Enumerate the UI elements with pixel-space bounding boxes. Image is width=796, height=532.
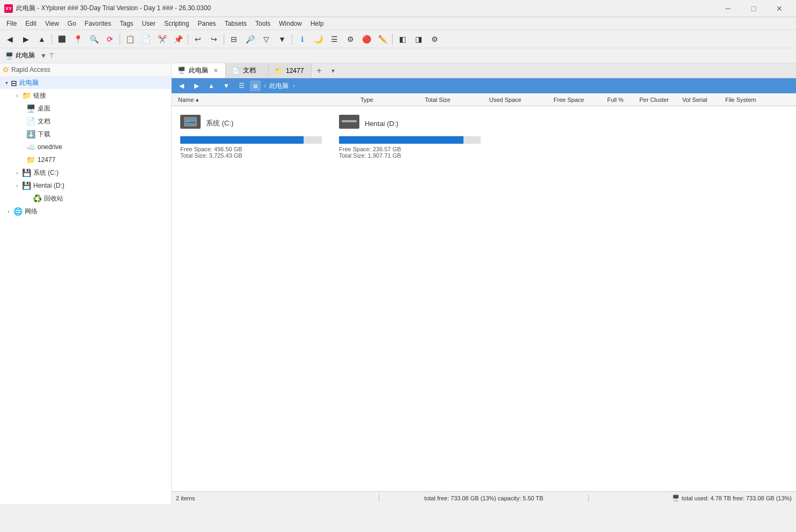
toolbar-copy-path-button[interactable]: 📋	[122, 32, 137, 46]
menu-item-edit[interactable]: Edit	[21, 19, 41, 28]
nav-menu-button[interactable]: ☰	[235, 80, 248, 92]
sidebar-item-links[interactable]: › 📁 链接	[0, 89, 171, 102]
tab-12477-label: 12477	[286, 67, 304, 75]
toolbar-undo-button[interactable]: ↩	[190, 32, 205, 46]
sidebar-ddrive-label: Hentai (D:)	[33, 182, 64, 189]
menu-item-view[interactable]: View	[41, 19, 63, 28]
col-usedspace-header[interactable]: Used Space	[487, 97, 551, 103]
toolbar-up-button[interactable]: ▲	[34, 32, 49, 46]
dropdown-icon[interactable]: ▼	[40, 52, 47, 60]
sidebar-item-d-drive[interactable]: › 💾 Hentai (D:)	[0, 179, 171, 192]
sidebar-item-onedrive[interactable]: › ☁️ onedrive	[0, 141, 171, 153]
sidebar-item-network[interactable]: › 🌐 网络	[0, 205, 171, 218]
tab-docs[interactable]: 📄 文档	[226, 63, 269, 78]
title-bar: XY 此电脑 - XYplorer ### 30-Day Trial Versi…	[0, 0, 796, 17]
sidebar-item-downloads[interactable]: › ⬇️ 下载	[0, 128, 171, 141]
toolbar-color-button[interactable]: 🔴	[359, 32, 374, 46]
toolbar-bookmark-button[interactable]: 📍	[70, 32, 85, 46]
tab-this-pc-close[interactable]: ✕	[211, 66, 220, 75]
sidebar-item-this-pc[interactable]: ▾ ⊟ 此电脑	[0, 77, 171, 89]
toolbar-info-button[interactable]: ℹ	[294, 32, 309, 46]
col-filesystem-header[interactable]: File System	[723, 97, 766, 103]
sidebar-downloads-label: 下载	[38, 130, 50, 139]
toolbar-brush-button[interactable]: ✏️	[375, 32, 390, 46]
toolbar-back-button[interactable]: ◀	[2, 32, 17, 46]
expand-cdrive-icon[interactable]: ›	[13, 168, 21, 177]
nav-monitor-icon[interactable]: 🖥	[250, 80, 261, 91]
expand-ddrive-icon[interactable]: ›	[13, 181, 21, 190]
minimize-button[interactable]: ─	[716, 0, 740, 17]
menu-item-go[interactable]: Go	[63, 19, 80, 28]
sidebar-item-recycle[interactable]: › ♻️ 回收站	[0, 192, 171, 205]
toolbar-forward-button[interactable]: ▶	[18, 32, 33, 46]
sidebar-item-12477[interactable]: › 📁 12477	[0, 153, 171, 166]
tab-this-pc[interactable]: 🖥️ 此电脑 ✕	[172, 63, 226, 78]
status-pc-icon: 🖥️	[672, 494, 680, 501]
toolbar-moon-button[interactable]: 🌙	[311, 32, 326, 46]
sidebar-cdrive-label: 系统 (C:)	[33, 168, 58, 178]
expand-icon[interactable]: ▾	[2, 79, 11, 87]
file-list: 系统 (C:) Free Space: 496.50 GB Total Size…	[172, 106, 796, 491]
menu-item-panes[interactable]: Panes	[194, 19, 220, 28]
menu-item-tools[interactable]: Tools	[251, 19, 275, 28]
ddrive-icon: 💾	[21, 181, 31, 190]
col-type-header[interactable]: Type	[358, 97, 423, 103]
col-full-header[interactable]: Full %	[605, 97, 637, 103]
breadcrumb-this-pc[interactable]: 🖥️ 此电脑	[2, 50, 38, 61]
menu-item-favorites[interactable]: Favorites	[80, 19, 115, 28]
col-name-header[interactable]: Name ▲	[176, 97, 358, 103]
main-area: ⚙ Rapid Access ▾ ⊟ 此电脑 › 📁 链接 › 🖥️ 桌面 › …	[0, 63, 796, 504]
drive-d-icon	[339, 115, 359, 129]
menu-item-window[interactable]: Window	[275, 19, 306, 28]
drive-c-item[interactable]: 系统 (C:) Free Space: 496.50 GB Total Size…	[176, 110, 326, 163]
toolbar-settings-button[interactable]: ⚙	[427, 32, 442, 46]
toolbar-preview-button[interactable]: ◨	[411, 32, 426, 46]
toolbar-search-button[interactable]: 🔍	[86, 32, 101, 46]
tab-add-button[interactable]: +	[312, 63, 327, 78]
menu-item-help[interactable]: Help	[306, 19, 328, 28]
toolbar-filter2-button[interactable]: ▼	[275, 32, 290, 46]
rapid-access-label: Rapid Access	[11, 66, 50, 73]
toolbar-paste-button[interactable]: 📌	[171, 32, 186, 46]
col-volserial-header[interactable]: Vol Serial	[680, 97, 723, 103]
toolbar-refresh-button[interactable]: ⟳	[102, 32, 117, 46]
toolbar-dual-pane-button[interactable]: ⊟	[226, 32, 241, 46]
onedrive-icon: ☁️	[26, 142, 35, 152]
menu-item-scripting[interactable]: Scripting	[160, 19, 194, 28]
sidebar-item-docs[interactable]: › 📄 文档	[0, 115, 171, 128]
drive-d-item[interactable]: Hentai (D:) Free Space: 236.57 GB Total …	[335, 110, 485, 163]
toolbar-list-button[interactable]: ☰	[327, 32, 342, 46]
tab-12477[interactable]: 📁 12477	[269, 63, 312, 78]
menu-item-user[interactable]: User	[138, 19, 160, 28]
nav-forward-button[interactable]: ▶	[190, 80, 203, 92]
col-freespace-header[interactable]: Free Space	[551, 97, 605, 103]
toolbar-home-button[interactable]: ⬛	[54, 32, 69, 46]
toolbar-copy-button[interactable]: 📄	[138, 32, 153, 46]
sidebar-item-desktop[interactable]: › 🖥️ 桌面	[0, 102, 171, 115]
col-freespace-label: Free Space	[554, 97, 584, 103]
filter-icon[interactable]: ⊤	[49, 52, 54, 60]
menu-item-file[interactable]: File	[2, 19, 21, 28]
toolbar-zoom-button[interactable]: 🔎	[242, 32, 257, 46]
expand-network-icon[interactable]: ›	[4, 207, 13, 216]
close-button[interactable]: ✕	[767, 0, 792, 17]
toolbar-help-button[interactable]: ⚙	[343, 32, 358, 46]
nav-down-button[interactable]: ▼	[220, 80, 233, 92]
nav-back-button[interactable]: ◀	[175, 80, 188, 92]
nav-up-button[interactable]: ▲	[205, 80, 218, 92]
menu-item-tags[interactable]: Tags	[115, 19, 137, 28]
col-percluster-header[interactable]: Per Cluster	[637, 97, 680, 103]
col-totalsize-header[interactable]: Total Size	[423, 97, 487, 103]
drive-c-icon	[180, 115, 201, 129]
drive-d-header: Hentai (D:)	[339, 115, 481, 132]
toolbar-redo-button[interactable]: ↪	[207, 32, 222, 46]
sidebar-item-c-drive[interactable]: › 💾 系统 (C:)	[0, 166, 171, 179]
toolbar-minimize-pane-button[interactable]: ◧	[395, 32, 410, 46]
toolbar-filter-button[interactable]: ▽	[259, 32, 274, 46]
tab-dropdown-button[interactable]: ▾	[327, 63, 340, 78]
expand-links-icon[interactable]: ›	[13, 91, 21, 100]
menu-item-tabsets[interactable]: Tabsets	[220, 19, 251, 28]
breadcrumb-label: 此电脑	[16, 51, 35, 60]
maximize-button[interactable]: □	[741, 0, 766, 17]
toolbar-cut-button[interactable]: ✂️	[154, 32, 169, 46]
